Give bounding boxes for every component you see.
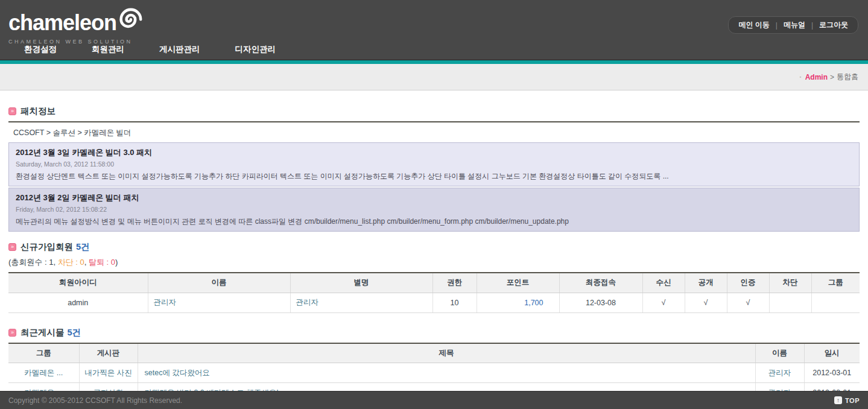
logo-text: chameleon [8, 10, 116, 36]
logout-link[interactable]: 로그아웃 [819, 20, 848, 30]
logo[interactable]: chameleon CHAMELEON WEB SOLUTION [8, 8, 148, 45]
col-blocked: 차단 [769, 273, 811, 293]
accent-bar [0, 60, 868, 64]
breadcrumb-separator: > [830, 73, 834, 81]
posts-table-header-row: 그룹 게시판 제목 이름 일시 [8, 344, 860, 363]
top-links-divider: | [776, 21, 778, 30]
patch-item-title: 2012년 3월 2일 카멜레온 빌더 패치 [16, 192, 852, 203]
col-board: 게시판 [79, 344, 138, 363]
post-title-link[interactable]: setec에 갔다왔어요 [138, 363, 755, 383]
member-nickname: 관리자 [290, 293, 432, 312]
member-blocked-cell [769, 293, 811, 312]
patch-item-body: 메뉴관리의 메뉴 설정방식 변경 및 메뉴 버튼이미지 관련 로직 변경에 따른… [16, 217, 852, 227]
patch-item[interactable]: 2012년 3월 3일 카멜레온 빌더 3.0 패치 Saturday, Mar… [8, 142, 860, 186]
member-name: 관리자 [148, 293, 290, 312]
col-receive: 수신 [642, 273, 685, 293]
scroll-to-top-button[interactable]: ↑ TOP [834, 396, 860, 404]
top-links-divider: | [811, 21, 813, 30]
member-last-access: 12-03-08 [559, 293, 642, 312]
posts-section: » 최근게시물 5건 그룹 게시판 제목 이름 일시 카멜레온 [8, 327, 860, 392]
member-certified-check: √ [727, 293, 769, 312]
nav-item-members[interactable]: 회원관리 [92, 44, 124, 55]
breadcrumb-admin-link[interactable]: Admin [805, 73, 828, 81]
header: chameleon CHAMELEON WEB SOLUTION 메인 이동 |… [0, 0, 868, 60]
col-author: 이름 [755, 344, 804, 363]
top-button-label: TOP [845, 397, 860, 404]
post-row[interactable]: 카멜레온 ... 공지사항 카멜레온 빌더 3.0 베타테스트 해주세요! 관리… [8, 383, 860, 392]
top-links-bar: 메인 이동 | 메뉴얼 | 로그아웃 [728, 16, 858, 34]
manual-link[interactable]: 메뉴얼 [784, 20, 805, 30]
patch-item-date: Friday, March 02, 2012 15:08:22 [16, 206, 852, 213]
posts-section-title: 최근게시물 [21, 327, 65, 338]
col-points: 포인트 [477, 273, 559, 293]
main-nav: 환경설정 회원관리 게시판관리 디자인관리 [24, 44, 311, 55]
members-table: 회원아이디 이름 별명 권한 포인트 최종접속 수신 공개 인증 차단 그룹 a… [8, 273, 860, 313]
post-author: 관리자 [755, 363, 804, 383]
col-public: 공개 [685, 273, 727, 293]
member-group-cell [811, 293, 860, 312]
patch-item-title: 2012년 3월 3일 카멜레온 빌더 3.0 패치 [16, 147, 852, 158]
footer: Copyright © 2005-2012 CCSOFT All Rights … [0, 391, 868, 409]
nav-item-settings[interactable]: 환경설정 [24, 44, 57, 55]
col-level: 권한 [432, 273, 477, 293]
members-summary-total: (총회원수 : 1, [8, 258, 58, 267]
section-bullet-icon: » [8, 107, 16, 115]
member-receive-check: √ [642, 293, 685, 312]
patch-section: » 패치정보 CCSOFT > 솔루션 > 카멜레온 빌더 2012년 3월 3… [8, 106, 860, 232]
posts-table: 그룹 게시판 제목 이름 일시 카멜레온 ... 내가찍은 사진 setec에 … [8, 344, 860, 392]
members-summary-blocked: 차단 : 0 [58, 258, 84, 267]
nav-item-boards[interactable]: 게시판관리 [159, 44, 200, 55]
section-rule [8, 121, 860, 122]
breadcrumb-current: 통합홈 [837, 72, 858, 82]
members-section-count: 5건 [76, 241, 90, 253]
members-table-header-row: 회원아이디 이름 별명 권한 포인트 최종접속 수신 공개 인증 차단 그룹 [8, 273, 860, 293]
breadcrumb-bullet-icon: ▪ [800, 74, 802, 80]
post-date: 2012-03-01 [804, 383, 860, 392]
go-main-link[interactable]: 메인 이동 [738, 20, 769, 30]
member-row[interactable]: admin 관리자 관리자 10 1,700 12-03-08 √ √ √ [8, 293, 860, 312]
up-arrow-icon: ↑ [834, 396, 842, 404]
post-board[interactable]: 내가찍은 사진 [79, 363, 138, 383]
copyright-text: Copyright © 2005-2012 CCSOFT All Rights … [8, 396, 182, 405]
post-author: 관리자 [755, 383, 804, 392]
col-member-id: 회원아이디 [8, 273, 148, 293]
col-title: 제목 [138, 344, 755, 363]
col-certified: 인증 [727, 273, 769, 293]
breadcrumb: ▪ Admin > 통합홈 [0, 64, 868, 90]
col-group: 그룹 [8, 344, 79, 363]
members-section: » 신규가입회원 5건 (총회원수 : 1, 차단 : 0, 탈퇴 : 0) 회… [8, 241, 860, 313]
section-bullet-icon: » [8, 329, 16, 337]
member-level: 10 [432, 293, 477, 312]
patch-item-date: Saturday, March 03, 2012 11:58:00 [16, 160, 852, 168]
patch-section-title: 패치정보 [21, 106, 55, 117]
post-row[interactable]: 카멜레온 ... 내가찍은 사진 setec에 갔다왔어요 관리자 2012-0… [8, 363, 860, 383]
members-summary-withdrawn: 탈퇴 : 0 [89, 258, 115, 267]
post-board[interactable]: 공지사항 [79, 383, 138, 392]
post-group[interactable]: 카멜레온 ... [8, 383, 79, 392]
member-id[interactable]: admin [8, 293, 148, 312]
col-date: 일시 [804, 344, 860, 363]
section-bullet-icon: » [8, 243, 16, 251]
post-title-link[interactable]: 카멜레온 빌더 3.0 베타테스트 해주세요! [138, 383, 755, 392]
col-last-access: 최종접속 [559, 273, 642, 293]
patch-item[interactable]: 2012년 3월 2일 카멜레온 빌더 패치 Friday, March 02,… [8, 188, 860, 232]
member-public-check: √ [685, 293, 727, 312]
main-content: » 패치정보 CCSOFT > 솔루션 > 카멜레온 빌더 2012년 3월 3… [0, 90, 868, 391]
nav-item-design[interactable]: 디자인관리 [235, 44, 276, 55]
patch-path: CCSOFT > 솔루션 > 카멜레온 빌더 [13, 128, 860, 138]
members-section-title: 신규가입회원 [21, 241, 73, 253]
col-group: 그룹 [811, 273, 860, 293]
col-nickname: 별명 [290, 273, 432, 293]
post-group[interactable]: 카멜레온 ... [8, 363, 79, 383]
patch-item-body: 환경설정 상단멘트 텍스트 또는 이미지 설정가능하도록 기능추가 하단 카피라… [16, 171, 852, 182]
posts-section-count: 5건 [68, 327, 81, 338]
member-points: 1,700 [477, 293, 559, 312]
col-name: 이름 [148, 273, 290, 293]
logo-spiral-icon [113, 4, 148, 37]
members-summary: (총회원수 : 1, 차단 : 0, 탈퇴 : 0) [8, 257, 860, 268]
post-date: 2012-03-01 [804, 363, 860, 383]
